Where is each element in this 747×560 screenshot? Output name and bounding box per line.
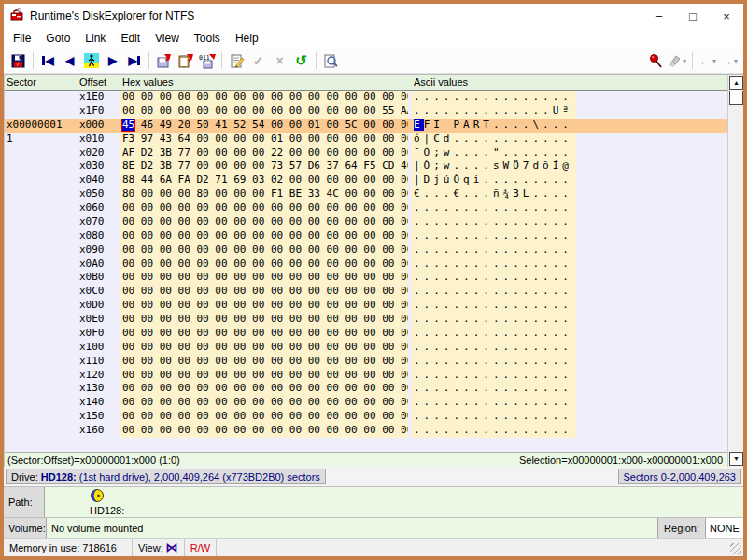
hex-row-x130[interactable]: x13000 00 00 00 00 00 00 00 00 00 00 00 … — [5, 382, 743, 396]
hex-row-x120[interactable]: x12000 00 00 00 00 00 00 00 00 00 00 00 … — [5, 369, 743, 383]
hex-row-x100[interactable]: x10000 00 00 00 00 00 00 00 00 00 00 00 … — [5, 341, 743, 355]
tail-cell — [576, 188, 743, 202]
hex-row-x0D0[interactable]: x0D000 00 00 00 00 00 00 00 00 00 00 00 … — [5, 299, 743, 313]
menu-item-goto[interactable]: Goto — [38, 29, 78, 48]
resize-grip-icon[interactable] — [730, 543, 741, 554]
menu-item-link[interactable]: Link — [78, 29, 113, 48]
goto-last-button[interactable]: ▶ — [123, 50, 145, 72]
hex-row-x090[interactable]: x09000 00 00 00 00 00 00 00 00 00 00 00 … — [5, 244, 743, 258]
hex-cell: 00 00 00 00 00 00 00 00 00 00 00 00 00 0… — [120, 341, 408, 355]
floppy-icon: ? — [10, 53, 26, 69]
offset-cell: x160 — [78, 424, 120, 438]
hex-cell: 00 00 00 00 00 00 00 00 00 00 00 00 00 0… — [120, 271, 408, 285]
offset-cell: x140 — [78, 396, 120, 410]
last-icon: ▶ — [128, 54, 136, 67]
hex-row-x1E0[interactable]: x1E000 00 00 00 00 00 00 00 00 00 00 00 … — [5, 91, 743, 105]
hex-row-x050[interactable]: x05080 00 00 00 80 00 00 00 F1 BE 33 4C … — [5, 188, 743, 202]
ascii-cell: ................ — [412, 285, 576, 299]
tail-cell — [576, 230, 743, 244]
drive-disk-icon[interactable] — [90, 489, 743, 505]
hex-row-x150[interactable]: x15000 00 00 00 00 00 00 00 00 00 00 00 … — [5, 410, 743, 424]
goto-next-button[interactable]: ▶ — [102, 50, 123, 72]
hex-row-x040[interactable]: x04088 44 6A FA D2 71 69 03 02 00 00 00 … — [5, 174, 743, 188]
menu-item-file[interactable]: File — [6, 29, 38, 48]
history-forward-button[interactable]: →▾ — [718, 50, 740, 72]
bookmark-button[interactable] — [645, 50, 667, 72]
edit-sector-button[interactable] — [226, 50, 247, 72]
hex-row-x070[interactable]: x07000 00 00 00 00 00 00 00 00 00 00 00 … — [5, 216, 743, 230]
close-button[interactable]: × — [710, 4, 743, 28]
sector-cell — [5, 313, 78, 327]
scrollbar-thumb[interactable] — [729, 91, 743, 105]
clipboard-arrow-icon — [177, 53, 194, 69]
hex-row-x000[interactable]: x00000001x00045 46 49 20 50 41 52 54 00 … — [5, 119, 743, 133]
hex-row-x0A0[interactable]: x0A000 00 00 00 00 00 00 00 00 00 00 00 … — [5, 258, 743, 272]
vertical-scrollbar[interactable]: ▲ ▼ — [727, 75, 743, 467]
sector-cell — [5, 299, 78, 313]
minimize-button[interactable]: − — [642, 4, 676, 28]
hex-row-x080[interactable]: x08000 00 00 00 00 00 00 00 00 00 00 00 … — [5, 230, 743, 244]
selected-char[interactable]: E — [414, 119, 424, 131]
highlighter-button[interactable]: ▾ — [667, 50, 688, 72]
discard-edits-button[interactable]: × — [269, 50, 290, 72]
scroll-down-button[interactable]: ▼ — [729, 452, 743, 466]
tail-cell — [576, 369, 743, 383]
check-icon: ✓ — [253, 53, 264, 68]
ascii-cell: ó|Cd............ — [412, 133, 576, 147]
selected-byte[interactable]: 45 — [121, 119, 135, 132]
view-mode-panel[interactable]: View: ⋈ — [133, 539, 185, 556]
hex-row-x160[interactable]: x16000 00 00 00 00 00 00 00 00 00 00 00 … — [5, 424, 743, 438]
path-drive-name[interactable]: HD128: — [90, 505, 743, 516]
ascii-cell: ................ — [412, 202, 576, 216]
maximize-button[interactable]: □ — [676, 4, 710, 28]
goto-first-button[interactable]: ◀ — [37, 50, 59, 72]
hex-row-x020[interactable]: x020AF D2 3B 77 00 00 00 00 22 00 00 00 … — [5, 147, 743, 161]
hex-cell: 00 00 00 00 00 00 00 00 00 00 00 00 00 0… — [120, 202, 408, 216]
hex-row-x060[interactable]: x06000 00 00 00 00 00 00 00 00 00 00 00 … — [5, 202, 743, 216]
tail-cell — [576, 355, 743, 369]
hex-header-row: Sector Offset Hex values Ascii values — [5, 75, 743, 91]
scroll-up-button[interactable]: ▲ — [729, 76, 743, 90]
tail-cell — [576, 202, 743, 216]
tail-cell — [576, 271, 743, 285]
view-label: View: — [138, 542, 163, 553]
refresh-button[interactable]: ↺ — [290, 50, 312, 72]
goto-sector-button[interactable] — [80, 50, 102, 72]
ascii-cell: ................ — [412, 369, 576, 383]
hex-row-x030[interactable]: x0308E D2 3B 77 00 00 00 00 73 57 D6 37 … — [5, 160, 743, 174]
menu-item-tools[interactable]: Tools — [187, 29, 228, 48]
tail-cell — [576, 285, 743, 299]
selection-indicator: Selection=x00000001:x000-x00000001:x000 — [519, 455, 723, 466]
apply-edits-button[interactable]: ✓ — [247, 50, 269, 72]
goto-previous-button[interactable]: ◀ — [59, 50, 80, 72]
save-binary-button[interactable]: 011 — [196, 50, 218, 72]
history-back-button[interactable]: ←▾ — [697, 50, 718, 72]
save-to-file-button[interactable] — [153, 50, 175, 72]
menu-item-view[interactable]: View — [148, 29, 187, 48]
first-icon: ◀ — [45, 54, 53, 67]
hex-row-x0F0[interactable]: x0F000 00 00 00 00 00 00 00 00 00 00 00 … — [5, 327, 743, 341]
read-write-mode[interactable]: R/W — [185, 539, 217, 556]
hex-cell: 80 00 00 00 80 00 00 00 F1 BE 33 4C 00 0… — [120, 188, 408, 202]
copy-sector-button[interactable] — [175, 50, 196, 72]
sector-cell — [5, 91, 78, 105]
hex-row-x0E0[interactable]: x0E000 00 00 00 00 00 00 00 00 00 00 00 … — [5, 313, 743, 327]
hex-row-x140[interactable]: x14000 00 00 00 00 00 00 00 00 00 00 00 … — [5, 396, 743, 410]
save-button[interactable]: ? — [7, 50, 29, 72]
menu-item-edit[interactable]: Edit — [113, 29, 148, 48]
hex-row-x010[interactable]: 1x010F3 97 43 64 00 00 00 00 01 00 00 00… — [5, 133, 743, 147]
hex-row-x110[interactable]: x11000 00 00 00 00 00 00 00 00 00 00 00 … — [5, 355, 743, 369]
hex-row-x0C0[interactable]: x0C000 00 00 00 00 00 00 00 00 00 00 00 … — [5, 285, 743, 299]
titlebar: Runtime's DiskExplorer for NTFS − □ × — [4, 4, 743, 28]
offset-cell: x080 — [78, 230, 120, 244]
preview-button[interactable] — [320, 50, 342, 72]
hex-row-x0B0[interactable]: x0B000 00 00 00 00 00 00 00 00 00 00 00 … — [5, 271, 743, 285]
volume-label: Volume: — [4, 518, 47, 538]
hex-row-x1F0[interactable]: x1F000 00 00 00 00 00 00 00 00 00 00 00 … — [5, 105, 743, 119]
binary-arrow-icon: 011 — [199, 53, 216, 69]
hex-cell: 00 00 00 00 00 00 00 00 00 00 00 00 00 0… — [120, 244, 408, 258]
ascii-cell: ................ — [412, 424, 576, 438]
ascii-cell: ................ — [412, 355, 576, 369]
tail-cell — [576, 133, 743, 147]
menu-item-help[interactable]: Help — [228, 29, 266, 48]
